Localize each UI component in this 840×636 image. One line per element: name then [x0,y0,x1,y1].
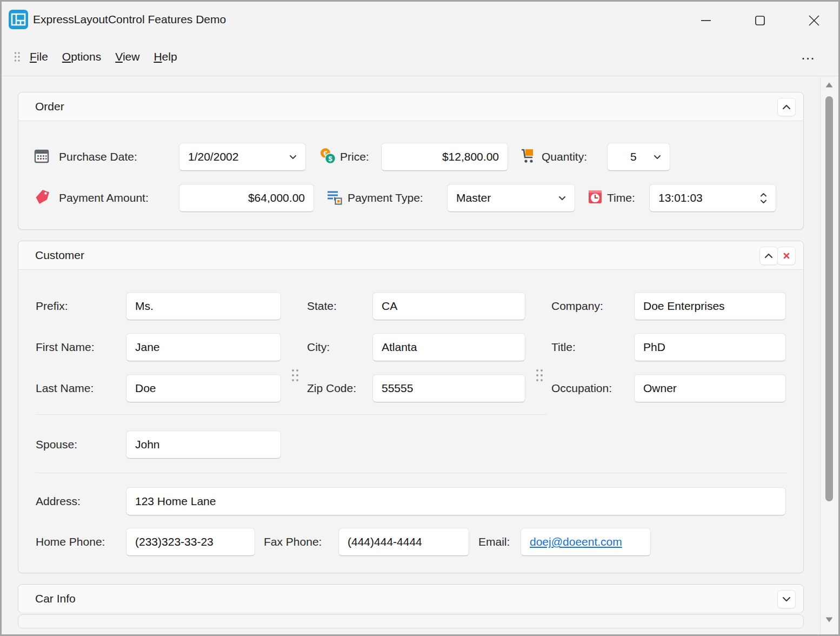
order-group-header: Order [18,92,803,121]
quantity-label: Quantity: [542,150,607,163]
address-input[interactable]: 123 Home Lane [126,487,786,515]
separator [36,473,787,473]
menu-item-view[interactable]: View [115,50,139,63]
last-name-label: Last Name: [36,382,126,395]
customer-row-3: Last Name: Doe Zip Code: 55555 Occupatio… [36,374,794,402]
zip-code-value: 55555 [382,382,413,395]
price-tag-icon [34,189,50,207]
zip-code-input[interactable]: 55555 [372,374,525,402]
home-phone-input[interactable]: (233)323-33-23 [126,528,255,556]
clock-icon [587,189,603,207]
fax-phone-value: (444)444-4444 [348,535,422,548]
titlebar[interactable]: ExpressLayoutControl Features Demo [2,2,838,37]
state-input[interactable]: CA [372,292,525,320]
prefix-input[interactable]: Ms. [126,292,281,320]
minimize-button[interactable] [697,11,715,30]
menu-item-options[interactable]: Options [62,50,101,63]
car-info-group: Car Info [18,584,804,613]
purchase-date-combobox[interactable]: 1/20/2002 [179,143,306,171]
menu-item-help[interactable]: Help [154,50,177,63]
fax-phone-input[interactable]: (444)444-4444 [338,528,469,556]
car-info-group-title: Car Info [35,585,76,613]
time-spinner[interactable] [760,193,767,204]
home-phone-label: Home Phone: [36,535,126,548]
menu-items: File Options View Help [30,37,177,76]
chevron-down-icon [289,155,297,160]
email-link[interactable]: doej@doeent.com [530,535,622,548]
fax-phone-label: Fax Phone: [264,535,338,548]
occupation-input[interactable]: Owner [634,374,786,402]
order-row-2: Payment Amount: $64,000.00 Payment Type:… [34,184,794,212]
address-label: Address: [36,495,126,508]
menu-drag-grip-icon[interactable] [14,51,21,64]
payment-type-value: Master [456,191,491,204]
customer-row-phones: Home Phone: (233)323-33-23 Fax Phone: (4… [36,528,794,556]
company-label: Company: [551,300,634,313]
time-spinedit[interactable]: 13:01:03 [649,184,776,212]
title-value: PhD [643,341,665,354]
payment-amount-value: $64,000.00 [248,191,305,204]
state-label: State: [307,300,372,313]
price-value: $12,800.00 [442,150,499,163]
customer-collapse-button[interactable] [759,247,778,265]
prefix-label: Prefix: [36,300,126,313]
email-label: Email: [478,535,521,548]
app-window: ExpressLayoutControl Features Demo [0,0,840,636]
first-name-label: First Name: [36,341,126,354]
city-input[interactable]: Atlanta [372,333,525,361]
shopping-cart-icon [519,148,536,166]
separator [36,414,546,415]
state-value: CA [382,300,397,313]
order-collapse-button[interactable] [777,98,796,116]
order-group-title: Order [35,92,64,121]
customer-row-address: Address: 123 Home Lane [36,487,794,515]
payment-amount-input[interactable]: $64,000.00 [179,184,314,212]
scrollbar-up-icon[interactable] [825,81,834,90]
purchase-date-label: Purchase Date: [59,150,179,163]
app-layout-icon [8,9,29,30]
quantity-value: 5 [630,150,637,163]
column-splitter-grip-icon[interactable] [290,368,300,385]
window-header: ExpressLayoutControl Features Demo [2,2,838,76]
scrollbar-down-icon[interactable] [825,615,834,625]
menu-overflow-button[interactable]: … [801,37,816,76]
address-value: 123 Home Lane [135,495,216,508]
spouse-input[interactable]: John [126,430,281,459]
customer-close-button[interactable] [777,247,796,265]
order-row-1: Purchase Date: 1/20/2002 € $ Price: $12,… [34,143,794,171]
svg-text:$: $ [328,155,332,163]
title-input[interactable]: PhD [634,333,786,361]
customer-group: Customer Prefix: Ms. State: CA Company: … [18,241,804,573]
spinner-up-icon [760,193,767,197]
maximize-button[interactable] [751,11,769,30]
customer-row-2: First Name: Jane City: Atlanta Title: Ph… [36,333,794,361]
first-name-value: Jane [135,341,160,354]
first-name-input[interactable]: Jane [126,333,281,361]
menubar: File Options View Help … [2,37,838,76]
car-info-expand-button[interactable] [777,590,796,608]
currency-coins-icon: € $ [319,147,337,167]
chevron-down-icon [558,196,566,201]
time-label: Time: [607,191,649,204]
close-x-icon [783,253,790,259]
partial-group-bar [18,614,804,628]
payment-type-label: Payment Type: [348,191,447,204]
city-label: City: [307,341,372,354]
zip-code-label: Zip Code: [307,382,372,395]
payment-type-combobox[interactable]: Master [447,184,575,212]
column-splitter-grip-icon[interactable] [535,368,544,385]
spouse-value: John [135,438,160,451]
menu-item-file[interactable]: File [30,50,48,63]
scrollbar-thumb[interactable] [825,96,833,501]
email-field[interactable]: doej@doeent.com [521,528,651,556]
payment-list-icon [326,189,342,207]
company-input[interactable]: Doe Enterprises [634,292,786,320]
occupation-value: Owner [643,382,677,395]
price-input[interactable]: $12,800.00 [381,143,508,171]
purchase-date-value: 1/20/2002 [188,150,238,163]
close-button[interactable] [805,11,823,30]
quantity-combobox[interactable]: 5 [607,143,670,171]
car-info-group-header: Car Info [18,585,803,613]
customer-row-spouse: Spouse: John [36,430,794,459]
last-name-input[interactable]: Doe [126,374,281,402]
